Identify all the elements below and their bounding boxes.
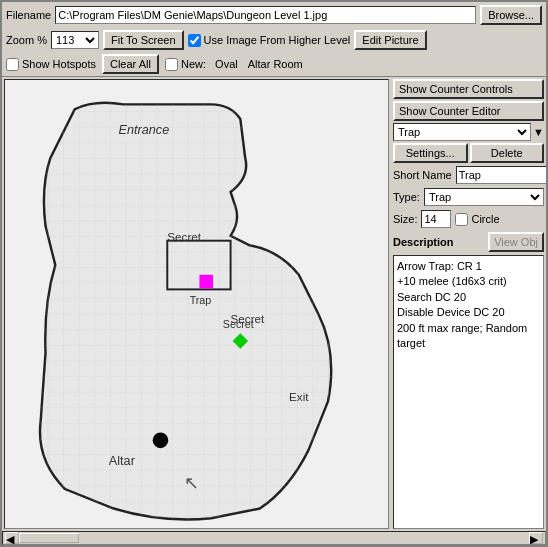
delete-button[interactable]: Delete bbox=[470, 143, 545, 163]
size-label: Size: bbox=[393, 213, 417, 225]
zoom-row: Zoom % 113 Fit To Screen Use Image From … bbox=[2, 28, 546, 52]
description-label: Description bbox=[393, 236, 454, 248]
short-name-label: Short Name bbox=[393, 169, 452, 181]
type-label: Type: bbox=[393, 191, 420, 203]
fit-to-screen-button[interactable]: Fit To Screen bbox=[103, 30, 184, 50]
filename-row: Filename Browse... bbox=[2, 2, 546, 28]
view-obj-button[interactable]: View Obj bbox=[488, 232, 544, 252]
scroll-thumb[interactable] bbox=[19, 533, 79, 543]
browse-button[interactable]: Browse... bbox=[480, 5, 542, 25]
type-row: Type: Trap Circle Secret bbox=[393, 187, 544, 207]
svg-text:Trap: Trap bbox=[190, 294, 212, 306]
circle-label: Circle bbox=[471, 213, 499, 225]
short-name-input[interactable] bbox=[456, 166, 546, 184]
short-name-row: Short Name bbox=[393, 165, 544, 185]
svg-text:Entrance: Entrance bbox=[119, 123, 170, 137]
room-name: Altar Room bbox=[248, 58, 303, 70]
zoom-label: Zoom % bbox=[6, 34, 47, 46]
new-oval-label: New: Oval bbox=[165, 58, 238, 71]
use-image-label: Use Image From Higher Level bbox=[204, 34, 351, 46]
show-counter-controls-button[interactable]: Show Counter Controls bbox=[393, 79, 544, 99]
show-counter-editor-button[interactable]: Show Counter Editor bbox=[393, 101, 544, 121]
horizontal-scrollbar[interactable]: ◀ ▶ bbox=[2, 531, 546, 545]
circle-checkbox-label[interactable]: Circle bbox=[455, 213, 499, 226]
svg-text:Secret: Secret bbox=[223, 318, 254, 330]
svg-point-11 bbox=[153, 433, 169, 449]
filename-input[interactable] bbox=[55, 6, 476, 24]
hotspot-row: Show Hotspots Clear All New: Oval Altar … bbox=[2, 52, 546, 77]
clear-all-button[interactable]: Clear All bbox=[102, 54, 159, 74]
show-hotspots-checkbox[interactable] bbox=[6, 58, 19, 71]
scroll-left-button[interactable]: ◀ bbox=[5, 532, 19, 544]
dropdown-arrow-icon: ▼ bbox=[533, 126, 544, 138]
new-oval-checkbox[interactable] bbox=[165, 58, 178, 71]
svg-text:↖: ↖ bbox=[184, 473, 199, 493]
zoom-select[interactable]: 113 bbox=[51, 31, 99, 49]
main-content: Entrance Secret Secret Exit Altar Trap S… bbox=[2, 77, 546, 531]
scroll-track[interactable] bbox=[19, 533, 529, 543]
type-dropdown[interactable]: Trap Circle Secret bbox=[424, 188, 544, 206]
map-svg: Entrance Secret Secret Exit Altar Trap S… bbox=[5, 80, 388, 528]
scroll-right-button[interactable]: ▶ bbox=[529, 532, 543, 544]
size-input[interactable] bbox=[421, 210, 451, 228]
edit-picture-button[interactable]: Edit Picture bbox=[354, 30, 426, 50]
right-panel: Show Counter Controls Show Counter Edito… bbox=[391, 77, 546, 531]
size-row: Size: Circle bbox=[393, 209, 544, 229]
circle-checkbox[interactable] bbox=[455, 213, 468, 226]
description-header-row: Description View Obj bbox=[393, 231, 544, 253]
svg-text:Secret: Secret bbox=[167, 230, 201, 243]
filename-label: Filename bbox=[6, 9, 51, 21]
settings-button[interactable]: Settings... bbox=[393, 143, 468, 163]
trap-dropdown-row: Trap Circle Secret ▼ bbox=[393, 123, 544, 141]
description-text: Arrow Trap: CR 1 +10 melee (1d6x3 crit) … bbox=[397, 260, 527, 349]
use-image-checkbox[interactable] bbox=[188, 34, 201, 47]
svg-rect-7 bbox=[199, 275, 213, 289]
show-hotspots-label[interactable]: Show Hotspots bbox=[6, 58, 96, 71]
svg-text:Altar: Altar bbox=[109, 454, 135, 468]
trap-type-dropdown[interactable]: Trap Circle Secret bbox=[393, 123, 531, 141]
main-window: Filename Browse... Zoom % 113 Fit To Scr… bbox=[0, 0, 548, 547]
use-image-checkbox-label[interactable]: Use Image From Higher Level bbox=[188, 34, 351, 47]
description-box: Arrow Trap: CR 1 +10 melee (1d6x3 crit) … bbox=[393, 255, 544, 529]
settings-delete-row: Settings... Delete bbox=[393, 143, 544, 163]
svg-text:Exit: Exit bbox=[289, 390, 309, 403]
map-area[interactable]: Entrance Secret Secret Exit Altar Trap S… bbox=[4, 79, 389, 529]
